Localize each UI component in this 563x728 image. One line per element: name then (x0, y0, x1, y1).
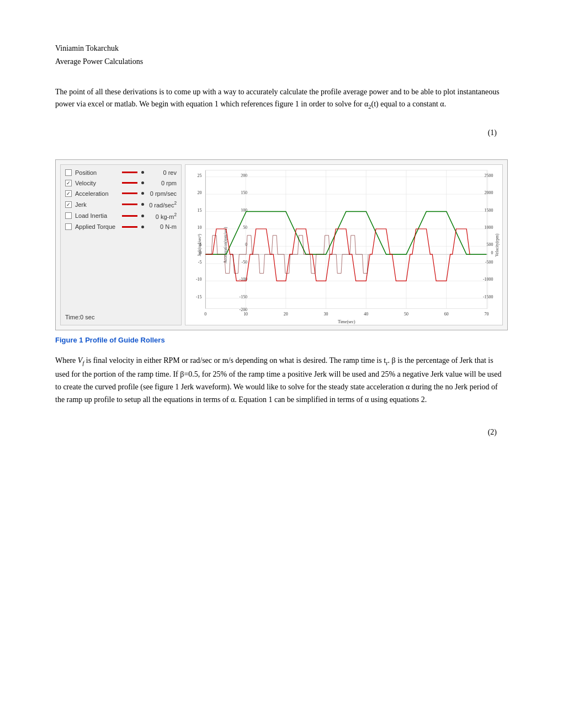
doc-title: Average Power Calculations (55, 57, 508, 66)
svg-text:-15: -15 (196, 295, 202, 299)
svg-text:-50: -50 (242, 260, 248, 265)
time-row: Time: 0 sec (65, 314, 177, 320)
svg-text:2500: 2500 (485, 173, 493, 178)
legend-load-inertia: Load Inertia 0 kg-m2 (65, 212, 177, 220)
legend-jerk: Jerk 0 rad/sec2 (65, 201, 177, 208)
equation1-row: (1) (55, 129, 508, 137)
svg-text:Acceleration(rpm/sec): Acceleration(rpm/sec) (223, 227, 228, 263)
acceleration-label: Acceleration (75, 190, 119, 197)
equation2-row: (2) (55, 428, 508, 437)
svg-text:50: 50 (404, 312, 408, 317)
svg-text:1500: 1500 (485, 208, 493, 213)
jerk-value: 0 rad/sec2 (149, 201, 177, 208)
svg-text:15: 15 (198, 208, 202, 213)
applied-torque-line (122, 226, 137, 228)
acceleration-checkbox[interactable] (65, 190, 72, 197)
svg-text:20: 20 (284, 312, 288, 317)
legend-acceleration: Acceleration 0 rpm/sec (65, 190, 177, 197)
jerk-label: Jerk (75, 201, 119, 208)
svg-text:150: 150 (241, 190, 247, 195)
chart-svg: 25 20 15 10 5 0 -5 -10 -15 200 150 100 5… (185, 165, 502, 325)
svg-text:Jerk(rad/sec²): Jerk(rad/sec²) (197, 234, 202, 256)
velocity-label: Velocity (75, 180, 119, 186)
intro-text: The point of all these derivations is to… (55, 86, 508, 112)
position-dot (141, 171, 144, 174)
legend-position: Position 0 rev (65, 169, 177, 176)
svg-text:-1500: -1500 (483, 295, 493, 299)
acceleration-value: 0 rpm/sec (149, 190, 177, 197)
position-label: Position (75, 169, 119, 176)
svg-text:70: 70 (485, 312, 489, 317)
svg-text:20: 20 (198, 190, 202, 195)
acceleration-line (122, 192, 137, 194)
velocity-line (122, 182, 137, 184)
figure-left-panel: Position 0 rev Velocity 0 rpm Accelerati… (60, 164, 182, 325)
time-label: Time: (65, 314, 80, 320)
svg-text:10: 10 (243, 312, 248, 317)
jerk-dot (141, 203, 144, 206)
equation1-label: (1) (488, 129, 497, 137)
svg-text:-150: -150 (240, 295, 247, 299)
load-inertia-label: Load Inertia (75, 212, 119, 219)
svg-text:0: 0 (491, 250, 493, 255)
position-value: 0 rev (149, 169, 177, 176)
svg-text:50: 50 (243, 225, 247, 230)
figure-caption: Figure 1 Profile of Guide Rollers (55, 336, 508, 344)
svg-text:25: 25 (198, 173, 202, 178)
acceleration-dot (141, 192, 144, 195)
load-inertia-line (122, 215, 137, 217)
position-checkbox[interactable] (65, 169, 72, 176)
equation2-label: (2) (488, 428, 497, 437)
svg-text:0: 0 (204, 312, 206, 317)
velocity-checkbox[interactable] (65, 180, 72, 186)
jerk-line (122, 204, 137, 205)
jerk-checkbox[interactable] (65, 201, 72, 208)
svg-text:40: 40 (364, 312, 368, 317)
svg-text:-500: -500 (485, 260, 493, 265)
svg-text:Time(sec): Time(sec) (338, 319, 355, 324)
svg-text:-5: -5 (198, 260, 202, 265)
figure-chart-area: 25 20 15 10 5 0 -5 -10 -15 200 150 100 5… (185, 164, 503, 325)
body-text-1: Where Vf is final velocity in either RPM… (55, 354, 508, 406)
svg-text:2000: 2000 (485, 190, 493, 195)
svg-text:200: 200 (241, 173, 247, 178)
svg-text:-1000: -1000 (483, 277, 493, 282)
velocity-dot (141, 181, 144, 184)
load-inertia-value: 0 kg-m2 (149, 212, 177, 220)
applied-torque-label: Applied Torque (75, 223, 119, 230)
svg-text:30: 30 (324, 312, 328, 317)
load-inertia-dot (141, 215, 144, 217)
time-value: 0 sec (80, 314, 94, 320)
legend-velocity: Velocity 0 rpm (65, 180, 177, 186)
figure-container: Position 0 rev Velocity 0 rpm Accelerati… (55, 159, 508, 330)
load-inertia-checkbox[interactable] (65, 212, 72, 219)
svg-text:60: 60 (444, 312, 449, 317)
applied-torque-value: 0 N-m (149, 223, 177, 230)
applied-torque-checkbox[interactable] (65, 223, 72, 230)
svg-text:1000: 1000 (485, 225, 493, 230)
svg-text:10: 10 (198, 225, 202, 230)
position-line (122, 172, 137, 173)
page: Viniamin Tokarchuk Average Power Calcula… (0, 0, 563, 728)
svg-text:Velocity(rpm): Velocity(rpm) (495, 233, 500, 256)
legend-applied-torque: Applied Torque 0 N-m (65, 223, 177, 230)
applied-torque-dot (141, 226, 144, 228)
svg-text:-10: -10 (196, 277, 202, 282)
velocity-value: 0 rpm (149, 180, 177, 186)
author: Viniamin Tokarchuk (55, 44, 508, 53)
